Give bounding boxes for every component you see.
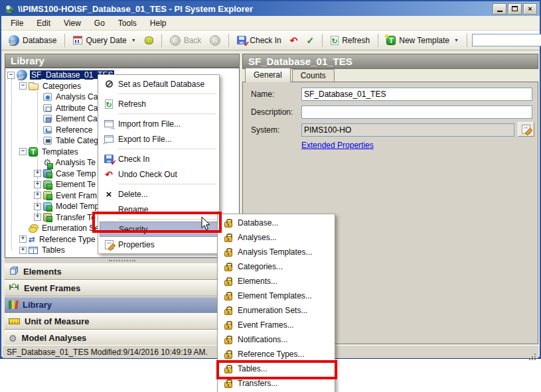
expand-icon[interactable]: + [19, 247, 27, 254]
back-button[interactable]: ← Back [167, 33, 205, 48]
back-icon: ← [170, 35, 181, 46]
collapse-icon[interactable]: − [19, 82, 27, 90]
expand-icon[interactable]: + [34, 192, 41, 199]
nav-unit-of-measure[interactable]: Unit of Measure [5, 313, 240, 330]
menu-item-label: Undo Check Out [118, 170, 177, 179]
name-field[interactable] [301, 88, 532, 101]
refresh-icon: ↻ [105, 99, 113, 109]
menu-export-to-file[interactable]: ← Export to File... [100, 131, 218, 147]
menu-edit[interactable]: Edit [30, 17, 57, 30]
templates-icon [29, 147, 38, 157]
menu-view[interactable]: View [57, 17, 88, 30]
forward-button[interactable]: → [206, 33, 224, 48]
collapse-icon[interactable]: − [19, 148, 27, 155]
nav-event-frames[interactable]: Event Frames [5, 280, 240, 296]
app-icon [4, 3, 15, 14]
submenu-notifications[interactable]: Notifications... [219, 332, 333, 347]
library-panel-title: Library [11, 55, 44, 66]
expand-icon[interactable]: + [34, 203, 41, 210]
nav-library[interactable]: Library [5, 296, 240, 313]
menu-security[interactable]: Security [100, 222, 218, 237]
database-cylinder-icon [145, 36, 153, 44]
element-template-icon [43, 180, 52, 189]
menu-item-label: Set as Default Database [118, 80, 204, 89]
maximize-button[interactable] [508, 3, 522, 15]
expand-icon[interactable]: + [34, 181, 41, 188]
database-button[interactable]: Database [5, 33, 60, 48]
menu-rename[interactable]: Rename [100, 202, 218, 217]
submenu-enumeration-sets[interactable]: Enumeration Sets... [219, 303, 333, 318]
menu-delete[interactable]: × Delete... [100, 186, 218, 202]
query-date-dropdown-icon[interactable]: ▼ [131, 38, 136, 42]
menu-refresh[interactable]: ↻ Refresh [100, 96, 218, 111]
nav-model-analyses[interactable]: ⚙ Model Analyses [5, 330, 240, 346]
lock-icon [224, 353, 232, 359]
refresh-glyph: ↻ [106, 101, 112, 109]
menu-properties[interactable]: Properties [100, 237, 218, 252]
check-in-icon: ✓ [237, 36, 246, 44]
lock-icon [224, 309, 232, 315]
new-template-dropdown-icon[interactable]: ▼ [454, 38, 459, 42]
new-template-button[interactable]: New Template ▼ [383, 34, 462, 47]
case-template-icon [43, 169, 52, 178]
menu-tools[interactable]: Tools [112, 17, 143, 30]
menu-help[interactable]: Help [143, 17, 173, 30]
transfer-template-icon [43, 213, 52, 222]
menu-bar: File Edit View Go Tools Help [1, 16, 540, 31]
submenu-element-templates[interactable]: Element Templates... [219, 289, 333, 303]
navigator: Elements Event Frames Library [5, 263, 240, 346]
submenu-analyses[interactable]: Analyses... [219, 230, 333, 245]
nav-elements[interactable]: Elements [5, 263, 240, 280]
search-input[interactable] [472, 34, 541, 46]
close-button[interactable]: × [523, 3, 537, 15]
extended-properties-link[interactable]: Extended Properties [301, 141, 374, 150]
submenu-reference-types[interactable]: Reference Types... [219, 347, 333, 361]
toolbar-separator [322, 34, 323, 47]
minimize-button[interactable] [493, 3, 506, 15]
tree-item-label: Analysis Ca [54, 92, 99, 101]
submenu-event-frames[interactable]: Event Frames... [219, 318, 333, 332]
submenu-categories[interactable]: Categories... [219, 259, 333, 274]
check-in-button[interactable]: ✓ Check In [234, 34, 284, 47]
tab-counts[interactable]: Counts [292, 69, 335, 82]
submenu-tables[interactable]: Tables... [219, 361, 333, 376]
submenu-transfers[interactable]: Transfers... [219, 376, 333, 391]
submenu-item-label: Analysis Templates... [238, 247, 313, 257]
system-properties-button[interactable] [518, 122, 534, 137]
lock-icon [224, 251, 232, 257]
menu-separator [118, 113, 216, 114]
apply-button[interactable]: ✓ [303, 34, 317, 47]
submenu-database[interactable]: Database... [219, 216, 333, 230]
tree-item-label: Categories [41, 82, 82, 91]
ruler-icon [9, 318, 20, 324]
toolbar-separator [228, 34, 229, 47]
undo-checkout-button[interactable]: ↶ [287, 34, 301, 47]
expand-icon[interactable]: + [19, 235, 27, 243]
expand-icon[interactable]: + [34, 170, 41, 177]
event-frames-icon [9, 283, 19, 294]
menu-go[interactable]: Go [88, 17, 112, 30]
expand-icon[interactable]: + [34, 214, 41, 221]
nav-label: Library [23, 300, 52, 310]
panel-splitter[interactable] [5, 258, 240, 263]
menu-undo-check-out[interactable]: ↶ Undo Check Out [100, 166, 218, 182]
tree-item-label: Table Categ [54, 136, 100, 145]
menu-set-default-database[interactable]: Set as Default Database [100, 76, 218, 92]
refresh-button[interactable]: ↻ Refresh [327, 34, 373, 47]
resize-grip[interactable] [534, 354, 536, 355]
database-sync-button[interactable] [141, 34, 157, 46]
tab-general[interactable]: General [245, 68, 291, 82]
submenu-analysis-templates[interactable]: Analysis Templates... [219, 245, 333, 259]
menu-file[interactable]: File [4, 17, 30, 30]
menu-item-label: Import from File... [118, 119, 181, 129]
properties-icon [522, 125, 530, 134]
menu-check-in[interactable]: ✓ Check In [100, 151, 218, 166]
check-glyph: ✓ [111, 159, 117, 166]
collapse-icon[interactable]: − [7, 72, 15, 79]
calendar-icon [73, 36, 82, 44]
description-field[interactable] [301, 105, 532, 119]
menu-import-from-file[interactable]: → Import from File... [100, 116, 218, 131]
folder-icon [29, 84, 39, 90]
query-date-button[interactable]: Query Date ▼ [70, 34, 139, 47]
submenu-elements[interactable]: Elements... [219, 274, 333, 289]
